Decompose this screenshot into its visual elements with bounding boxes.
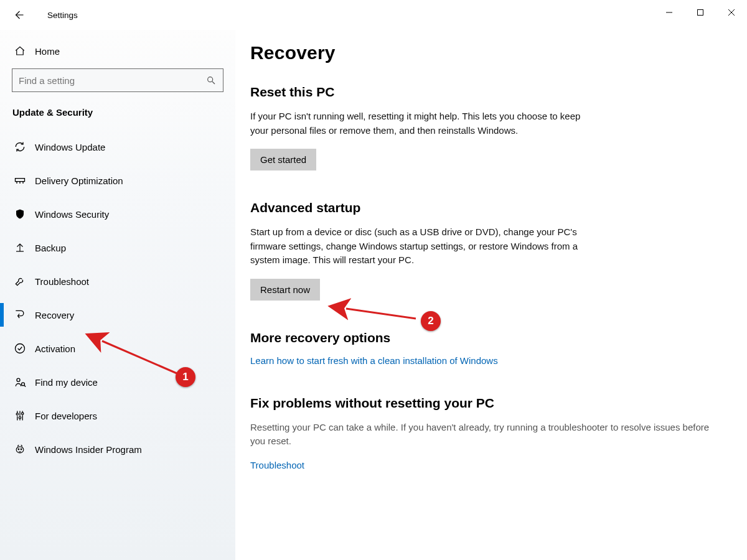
reset-body: If your PC isn't running well, resetting… bbox=[250, 110, 586, 138]
learn-fresh-install-link[interactable]: Learn how to start fresh with a clean in… bbox=[250, 355, 498, 366]
sidebar-item-windows-security[interactable]: Windows Security bbox=[0, 197, 235, 231]
sidebar-item-windows-update[interactable]: Windows Update bbox=[0, 130, 235, 164]
advanced-body: Start up from a device or disc (such as … bbox=[250, 225, 586, 268]
page-title: Recovery bbox=[250, 42, 722, 63]
insider-icon bbox=[12, 443, 27, 455]
sidebar-item-label: Find my device bbox=[35, 377, 98, 388]
svg-point-10 bbox=[16, 344, 25, 353]
content-pane: Recovery Reset this PC If your PC isn't … bbox=[235, 30, 747, 560]
svg-point-14 bbox=[16, 413, 18, 415]
app-body: Home Update & Security Windows Update De… bbox=[0, 30, 747, 560]
minimize-button[interactable] bbox=[654, 0, 685, 25]
sidebar-item-label: Backup bbox=[35, 243, 66, 253]
sidebar-item-windows-insider[interactable]: Windows Insider Program bbox=[0, 432, 235, 466]
sidebar-item-label: For developers bbox=[35, 411, 97, 421]
svg-point-19 bbox=[21, 449, 22, 450]
find-device-icon bbox=[12, 376, 27, 388]
annotation-badge-1: 1 bbox=[176, 367, 195, 387]
developers-icon bbox=[12, 409, 27, 422]
sidebar-home-label: Home bbox=[35, 46, 60, 57]
wrench-icon bbox=[12, 275, 27, 287]
reset-heading: Reset this PC bbox=[250, 85, 722, 100]
sidebar-item-find-my-device[interactable]: Find my device bbox=[0, 365, 235, 399]
sidebar-item-label: Windows Insider Program bbox=[35, 444, 142, 455]
section-fix-problems: Fix problems without resetting your PC R… bbox=[250, 396, 722, 470]
sidebar-item-label: Windows Security bbox=[35, 209, 109, 220]
minimize-icon bbox=[665, 9, 673, 16]
sidebar-item-label: Recovery bbox=[35, 310, 74, 320]
sidebar: Home Update & Security Windows Update De… bbox=[0, 30, 235, 560]
recovery-icon bbox=[12, 309, 27, 321]
back-button[interactable] bbox=[9, 5, 29, 25]
window-controls bbox=[654, 0, 747, 25]
sidebar-item-label: Troubleshoot bbox=[35, 276, 89, 287]
sidebar-item-for-developers[interactable]: For developers bbox=[0, 399, 235, 432]
maximize-button[interactable] bbox=[685, 0, 716, 25]
search-wrap bbox=[12, 68, 223, 92]
update-icon bbox=[12, 141, 27, 153]
svg-point-9 bbox=[21, 279, 22, 279]
fix-heading: Fix problems without resetting your PC bbox=[250, 396, 722, 411]
backup-icon bbox=[12, 241, 27, 254]
svg-line-13 bbox=[24, 385, 26, 386]
sidebar-item-label: Activation bbox=[35, 343, 75, 354]
sidebar-item-recovery[interactable]: Recovery bbox=[0, 298, 235, 332]
section-advanced-startup: Advanced startup Start up from a device … bbox=[250, 200, 722, 301]
home-icon bbox=[12, 45, 27, 57]
get-started-button[interactable]: Get started bbox=[250, 149, 316, 170]
troubleshoot-link[interactable]: Troubleshoot bbox=[250, 460, 304, 470]
svg-point-15 bbox=[19, 417, 21, 419]
sidebar-item-troubleshoot[interactable]: Troubleshoot bbox=[0, 264, 235, 298]
activation-icon bbox=[12, 342, 27, 355]
sidebar-item-delivery-optimization[interactable]: Delivery Optimization bbox=[0, 164, 235, 197]
advanced-heading: Advanced startup bbox=[250, 200, 722, 215]
svg-rect-1 bbox=[698, 10, 703, 16]
sidebar-section-heading: Update & Security bbox=[0, 103, 235, 130]
svg-point-12 bbox=[22, 383, 25, 386]
window-title: Settings bbox=[47, 11, 78, 20]
sidebar-item-activation[interactable]: Activation bbox=[0, 332, 235, 365]
sidebar-item-label: Delivery Optimization bbox=[35, 175, 123, 186]
annotation-badge-2: 2 bbox=[421, 311, 441, 331]
section-reset-pc: Reset this PC If your PC isn't running w… bbox=[250, 85, 722, 170]
sidebar-item-label: Windows Update bbox=[35, 142, 105, 152]
search-input[interactable] bbox=[12, 68, 223, 92]
more-heading: More recovery options bbox=[250, 330, 722, 345]
section-more-recovery: More recovery options Learn how to start… bbox=[250, 330, 722, 366]
svg-point-11 bbox=[17, 378, 20, 381]
sidebar-home[interactable]: Home bbox=[0, 37, 235, 65]
titlebar: Settings bbox=[0, 0, 747, 30]
shield-icon bbox=[12, 208, 27, 220]
sidebar-item-backup[interactable]: Backup bbox=[0, 231, 235, 264]
fix-body: Resetting your PC can take a while. If y… bbox=[250, 421, 722, 449]
svg-rect-6 bbox=[16, 179, 25, 182]
arrow-left-icon bbox=[13, 9, 24, 21]
delivery-icon bbox=[12, 174, 27, 187]
maximize-icon bbox=[697, 9, 704, 16]
restart-now-button[interactable]: Restart now bbox=[250, 279, 320, 301]
close-button[interactable] bbox=[716, 0, 747, 25]
close-icon bbox=[728, 9, 735, 16]
svg-point-16 bbox=[22, 413, 24, 414]
svg-point-18 bbox=[18, 449, 19, 450]
